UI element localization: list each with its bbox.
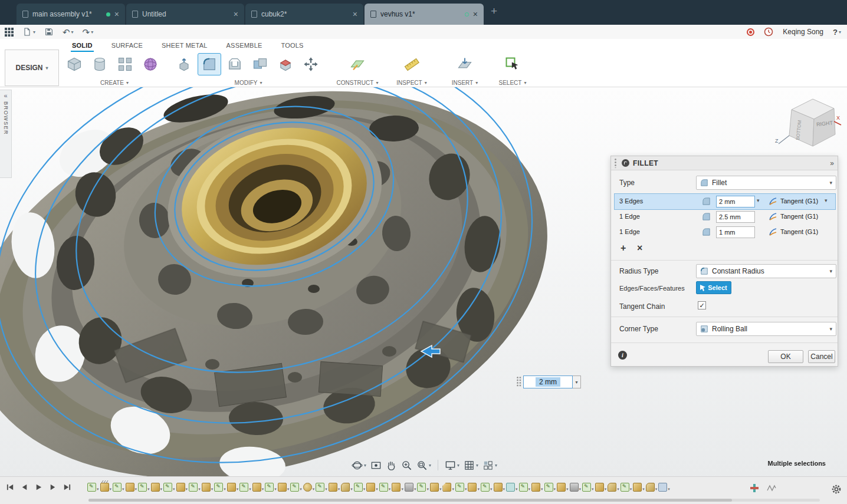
timeline-feature-sketch[interactable]: ▾ — [113, 483, 124, 492]
tangent-chain-checkbox[interactable]: ✓ — [698, 301, 706, 309]
timeline-feature-extrude[interactable]: ▾ — [126, 483, 137, 492]
tab-surface[interactable]: SURFACE — [110, 39, 144, 52]
sketch-feature-icon[interactable] — [481, 483, 490, 492]
timeline-feature-extrude[interactable]: ▾ — [227, 483, 239, 492]
pan-button[interactable] — [386, 460, 397, 471]
sketch-feature-icon[interactable] — [582, 483, 591, 492]
appearance-marker-icon[interactable] — [750, 484, 759, 494]
look-at-button[interactable] — [370, 460, 382, 471]
timeline-feature-chamfer[interactable]: ▾ — [442, 483, 454, 492]
timeline-feature-extrude[interactable]: ▾ — [176, 483, 188, 492]
select-group-dropdown[interactable]: SELECT ▾ — [493, 80, 532, 86]
edge-set-row-1[interactable]: 3 Edges ▾ Tangent (G1) ▾ — [615, 194, 835, 209]
timeline-feature-extrude[interactable]: ▾ — [392, 483, 403, 492]
continuity-value[interactable]: Tangent (G1) — [780, 197, 818, 205]
sketch-feature-icon[interactable] — [189, 483, 198, 492]
browser-panel-collapsed[interactable]: « BROWSER — [0, 90, 12, 178]
hole-feature-icon[interactable] — [570, 483, 579, 492]
timeline-feature-sketch[interactable]: ▾ — [163, 483, 175, 492]
info-icon[interactable]: i — [618, 351, 627, 360]
extrude-feature-icon[interactable] — [252, 483, 261, 492]
undo-button[interactable]: ↶ ▾ — [63, 28, 74, 37]
zoom-button[interactable] — [401, 460, 412, 471]
timeline-feature-extrude[interactable]: ▾ — [595, 483, 607, 492]
go-to-start-button[interactable] — [6, 483, 15, 492]
timeline-feature-sketch[interactable]: ▾ — [379, 483, 391, 492]
step-forward-button[interactable] — [48, 483, 57, 492]
doc-tab-cubuk2[interactable]: cubuk2* × — [245, 4, 363, 25]
timeline-feature-extrude[interactable]: ▾ — [329, 483, 340, 492]
fillet-feature-icon[interactable] — [341, 483, 350, 492]
radius-type-dropdown[interactable]: Constant Radius ▾ — [696, 264, 836, 278]
press-pull-tool[interactable] — [172, 53, 196, 75]
move-copy-tool[interactable] — [299, 53, 323, 75]
orbit-button[interactable]: ▾ — [352, 460, 366, 471]
tab-solid[interactable]: SOLID — [71, 39, 94, 52]
workspace-switcher[interactable]: DESIGN ▾ — [5, 50, 59, 86]
play-button[interactable] — [34, 483, 43, 492]
timeline-feature-extrude[interactable]: ▾ — [633, 483, 645, 492]
fit-button[interactable]: ▾ — [416, 460, 431, 471]
close-tab-icon[interactable]: × — [114, 10, 119, 18]
extrude-feature-icon[interactable] — [176, 483, 185, 492]
timeline-feature-sketch[interactable]: ▾ — [455, 483, 467, 492]
extrude-feature-icon[interactable] — [126, 483, 134, 492]
radius-input[interactable] — [716, 226, 755, 238]
extrude-feature-icon[interactable] — [278, 483, 287, 492]
timeline-settings-gear-icon[interactable] — [830, 483, 842, 497]
timeline-feature-extrude[interactable]: ▾ — [430, 483, 442, 492]
caret-down-icon[interactable]: ▾ — [757, 197, 760, 203]
modify-group-dropdown[interactable]: MODIFY ▾ — [172, 80, 324, 86]
doc-tab-vevhus-active[interactable]: vevhus v1* × — [365, 4, 484, 25]
timeline-feature-shell[interactable]: ▾ — [506, 483, 518, 492]
timeline-feature-sketch[interactable]: ▾ — [265, 483, 277, 492]
timeline-feature-sketch[interactable]: ▾ — [239, 483, 251, 492]
timeline-feature-sketch[interactable]: ▾ — [354, 483, 366, 492]
sketch-feature-icon[interactable] — [316, 483, 324, 492]
dialog-drag-handle-icon[interactable] — [615, 159, 618, 168]
timeline-feature-extrude[interactable]: ▾ — [557, 483, 569, 492]
edge-set-row-2[interactable]: 1 Edge Tangent (G1) — [615, 209, 835, 225]
caret-down-icon[interactable]: ▾ — [573, 375, 581, 388]
sketch-feature-icon[interactable] — [265, 483, 274, 492]
go-to-end-button[interactable] — [63, 483, 71, 492]
save-button[interactable] — [44, 27, 54, 37]
continuity-value[interactable]: Tangent (G1) — [780, 213, 818, 220]
doc-tab-untitled[interactable]: Untitled × — [126, 4, 244, 25]
timeline-feature-fillet[interactable]: ▾ — [341, 483, 353, 492]
new-component-tool[interactable] — [63, 53, 86, 75]
construct-group-dropdown[interactable]: CONSTRUCT ▾ — [331, 80, 383, 86]
help-button[interactable]: ? ▾ — [833, 28, 841, 37]
sketch-feature-icon[interactable] — [290, 483, 299, 492]
extrude-feature-icon[interactable] — [468, 483, 477, 492]
pattern-tool[interactable] — [113, 53, 137, 75]
extrude-feature-icon[interactable] — [100, 483, 109, 492]
sketch-feature-icon[interactable] — [354, 483, 363, 492]
timeline-feature-sketch[interactable]: ▾ — [290, 483, 302, 492]
shell-feature-icon[interactable] — [506, 483, 515, 492]
job-status-clock-icon[interactable] — [764, 27, 773, 37]
continuity-value[interactable]: Tangent (G1) — [780, 228, 818, 235]
sketch-feature-icon[interactable] — [214, 483, 223, 492]
timeline-feature-fillet[interactable]: ▾ — [608, 483, 619, 492]
radius-input[interactable] — [716, 211, 755, 223]
hole-feature-icon[interactable] — [405, 483, 413, 492]
timeline-feature-extrude[interactable]: ▾ — [100, 483, 112, 492]
timeline-feature-sketch[interactable]: ▾ — [87, 483, 99, 492]
extrude-feature-icon[interactable] — [430, 483, 439, 492]
fillet-tool[interactable] — [198, 53, 221, 75]
user-account-button[interactable]: Keqing Song — [783, 28, 823, 36]
corner-type-dropdown[interactable]: Rolling Ball ▾ — [696, 322, 836, 336]
select-tool[interactable] — [501, 53, 524, 75]
timeline-feature-combine[interactable]: ▾ — [658, 483, 670, 492]
expand-dialog-icon[interactable]: » — [830, 159, 834, 167]
timeline-feature-hole[interactable]: ▾ — [405, 483, 416, 492]
extrude-feature-icon[interactable] — [494, 483, 503, 492]
timeline-feature-extrude[interactable]: ▾ — [366, 483, 378, 492]
timeline-feature-sketch[interactable]: ▾ — [417, 483, 429, 492]
radius-input[interactable] — [716, 196, 755, 207]
timeline-feature-sketch[interactable]: ▾ — [316, 483, 327, 492]
timeline-feature-hole[interactable]: ▾ — [570, 483, 582, 492]
display-settings-button[interactable]: ▾ — [445, 460, 459, 471]
shell-tool[interactable] — [223, 53, 247, 75]
